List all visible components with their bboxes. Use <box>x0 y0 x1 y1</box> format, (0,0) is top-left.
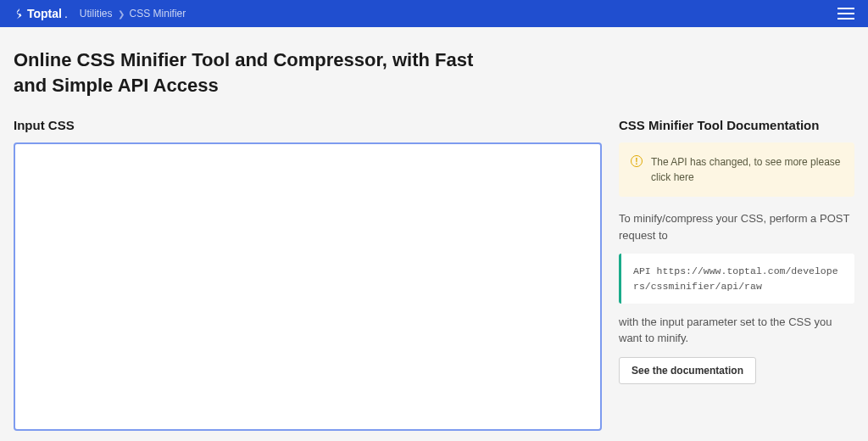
input-heading: Input CSS <box>14 118 602 132</box>
see-documentation-button[interactable]: See the documentation <box>619 357 756 384</box>
api-change-alert[interactable]: ! The API has changed, to see more pleas… <box>619 142 854 197</box>
logo-text: Toptal <box>27 7 62 20</box>
docs-outro: with the input parameter set to the CSS … <box>619 314 854 347</box>
chevron-right-icon: ❯ <box>118 9 125 19</box>
navbar: Toptal. Utilities ❯ CSS Minifier <box>0 0 868 27</box>
main-content: Online CSS Minifier Tool and Compressor,… <box>0 27 868 441</box>
docs-intro: To minify/compress your CSS, perform a P… <box>619 210 854 243</box>
breadcrumb-item[interactable]: Utilities <box>80 8 113 20</box>
logo[interactable]: Toptal. <box>14 7 68 20</box>
api-endpoint-code: API https://www.toptal.com/developers/cs… <box>619 254 854 304</box>
breadcrumb-item[interactable]: CSS Minifier <box>130 8 186 20</box>
alert-text: The API has changed, to see more please … <box>651 156 840 183</box>
toptal-logo-icon <box>14 8 25 20</box>
columns: Input CSS CSS Minifier Tool Documentatio… <box>14 118 854 434</box>
menu-icon[interactable] <box>837 8 854 20</box>
warning-icon: ! <box>631 155 643 167</box>
logo-dot: . <box>64 7 68 20</box>
docs-column: CSS Minifier Tool Documentation ! The AP… <box>619 118 854 434</box>
css-input[interactable] <box>14 142 602 431</box>
breadcrumb: Utilities ❯ CSS Minifier <box>80 8 186 20</box>
input-column: Input CSS <box>14 118 602 434</box>
navbar-left: Toptal. Utilities ❯ CSS Minifier <box>14 7 186 20</box>
page-title: Online CSS Minifier Tool and Compressor,… <box>14 47 488 98</box>
docs-heading: CSS Minifier Tool Documentation <box>619 118 854 132</box>
